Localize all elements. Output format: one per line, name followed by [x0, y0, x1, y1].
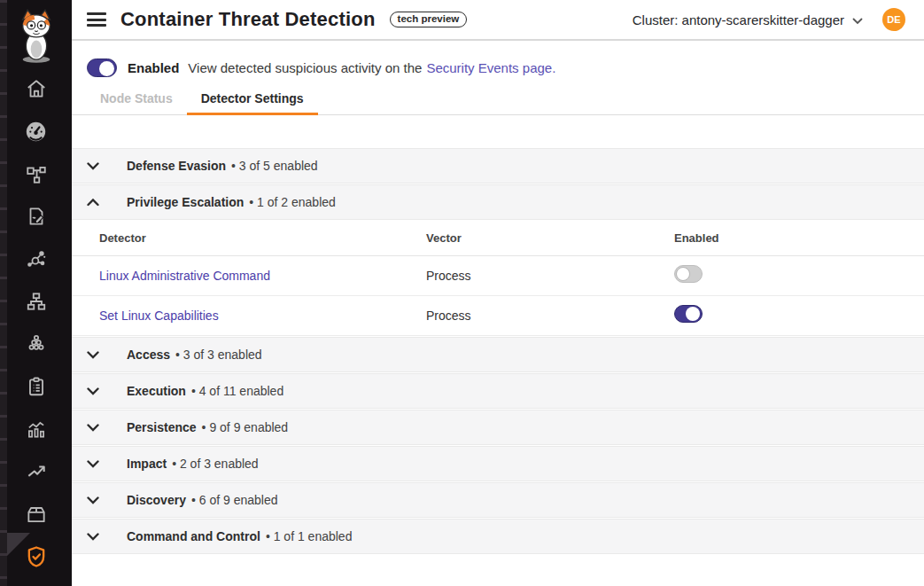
accordion-section-access[interactable]: Access • 3 of 3 enabled: [72, 337, 924, 372]
topbar: Container Threat Detection tech preview …: [72, 0, 924, 41]
chevron-down-icon: [87, 496, 99, 504]
dashboard-gauge-icon: [24, 120, 48, 144]
detector-table: Detector Vector Enabled Linux Administra…: [72, 221, 924, 336]
network-policies-icon: [25, 162, 48, 185]
tab-node-status[interactable]: Node Status: [86, 91, 187, 115]
threat-defense-shield-icon: [24, 544, 49, 569]
sidebar-nav: [0, 67, 72, 578]
chevron-down-icon: [87, 162, 99, 170]
table-row: Set Linux Capabilities Process: [72, 296, 924, 336]
detector-toggle-linux-administrative-command[interactable]: [674, 265, 703, 283]
chevron-down-icon: [87, 387, 99, 395]
chevron-up-icon: [87, 199, 99, 207]
vector-cell: Process: [426, 269, 674, 283]
detector-link-set-linux-capabilities[interactable]: Set Linux Capabilities: [99, 309, 219, 323]
reports-edit-icon: [25, 205, 48, 228]
chevron-down-icon: [87, 351, 99, 359]
tech-preview-badge: tech preview: [390, 12, 468, 28]
cluster-selector[interactable]: Cluster: antony-scarerskitter-dagger: [633, 12, 863, 27]
compliance-clipboard-icon: [25, 375, 48, 398]
user-avatar[interactable]: DE: [882, 8, 905, 31]
main-area: Container Threat Detection tech preview …: [72, 0, 924, 586]
enabled-toggle[interactable]: [87, 59, 117, 77]
tab-bar: Node Status Detector Settings: [72, 91, 924, 114]
app-root: Container Threat Detection tech preview …: [0, 0, 924, 586]
service-graph-icon: [25, 247, 48, 270]
accordion-section-discovery[interactable]: Discovery • 6 of 9 enabled: [72, 482, 924, 518]
accordion-section-command-and-control[interactable]: Command and Control • 1 of 1 enabled: [72, 519, 924, 554]
sidebar-item-statistics[interactable]: [0, 408, 72, 450]
chevron-down-icon: [87, 533, 99, 541]
topology-icon: [25, 290, 48, 313]
sidebar-item-dashboard[interactable]: [0, 110, 72, 152]
hamburger-menu-icon[interactable]: [87, 12, 106, 27]
sidebar-item-service-graph[interactable]: [0, 238, 72, 280]
column-enabled: Enabled: [674, 231, 924, 245]
accordion-section-impact[interactable]: Impact • 2 of 3 enabled: [72, 446, 924, 481]
detector-link-linux-administrative-command[interactable]: Linux Administrative Command: [99, 269, 270, 283]
sidebar-item-topology[interactable]: [0, 280, 72, 323]
column-detector: Detector: [72, 231, 426, 245]
chevron-down-icon: [87, 460, 99, 468]
accordion-section-privilege-escalation[interactable]: Privilege Escalation • 1 of 2 enabled: [72, 184, 924, 220]
detector-settings-content: Defense Evasion • 3 of 5 enabled Privile…: [72, 115, 924, 555]
cluster-label: Cluster: antony-scarerskitter-dagger: [633, 12, 844, 27]
vector-cell: Process: [426, 309, 674, 323]
sidebar-item-home[interactable]: [0, 67, 72, 110]
table-row: Linux Administrative Command Process: [72, 256, 924, 296]
nodes-cluster-icon: [25, 332, 48, 356]
workloads-box-icon: [25, 503, 48, 526]
accordion-section-persistence[interactable]: Persistence • 9 of 9 enabled: [72, 410, 924, 445]
sidebar-item-trends[interactable]: [0, 450, 72, 493]
sidebar-item-compliance[interactable]: [0, 365, 72, 408]
trends-arrow-icon: [25, 460, 48, 483]
page-title: Container Threat Detection: [120, 8, 376, 31]
enabled-description: View detected suspicious activity on the: [188, 60, 422, 75]
chevron-down-icon: [87, 424, 99, 432]
security-events-link[interactable]: Security Events page.: [426, 60, 555, 75]
left-edge-strip: [0, 0, 7, 586]
sidebar-item-workloads[interactable]: [0, 493, 72, 535]
detector-toggle-set-linux-capabilities[interactable]: [674, 305, 703, 323]
sidebar-item-reports[interactable]: [0, 195, 72, 238]
tab-detector-settings[interactable]: Detector Settings: [187, 91, 318, 115]
sidebar: [0, 0, 72, 586]
calico-cat-logo[interactable]: [0, 0, 72, 67]
column-vector: Vector: [426, 231, 674, 245]
detection-toolbar: Enabled View detected suspicious activit…: [72, 41, 924, 115]
sidebar-item-nodes[interactable]: [0, 323, 72, 365]
enabled-label: Enabled: [128, 60, 179, 75]
statistics-chart-icon: [25, 418, 48, 441]
accordion-section-execution[interactable]: Execution • 4 of 11 enabled: [72, 373, 924, 409]
sidebar-item-network-policies[interactable]: [0, 152, 72, 195]
detector-table-header: Detector Vector Enabled: [72, 221, 924, 256]
chevron-down-icon: [852, 12, 863, 27]
home-icon: [25, 77, 48, 100]
accordion-section-defense-evasion[interactable]: Defense Evasion • 3 of 5 enabled: [72, 148, 924, 184]
